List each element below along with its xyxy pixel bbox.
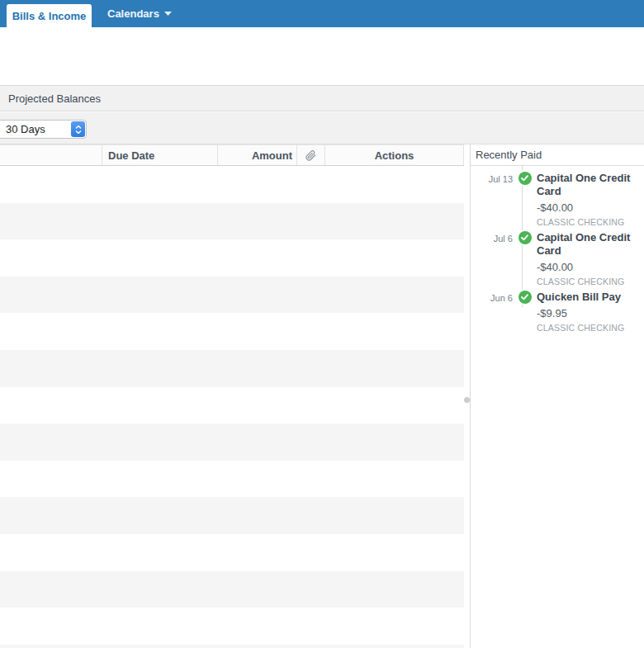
paid-amount: -$40.00 [537, 201, 641, 214]
account-name: CLASSIC CHECKING [537, 217, 641, 228]
table-row [0, 423, 464, 461]
bills-table: Due Date Amount Actions [0, 144, 464, 648]
paperclip-icon [305, 150, 316, 161]
check-circle-icon [519, 172, 532, 185]
table-row [0, 571, 464, 608]
table-row [0, 239, 464, 277]
tab-bills-income-label: Bills & Income [12, 10, 87, 22]
column-header-due-date[interactable]: Due Date [102, 145, 218, 165]
column-header-blank [0, 145, 102, 165]
recently-paid-list: Jul 13 Capital One Credit Card -$40.00 C… [471, 166, 644, 648]
amount-label: Amount [252, 149, 292, 162]
table-row [0, 608, 464, 645]
drag-handle-icon[interactable] [464, 397, 470, 403]
recently-paid-header: Recently Paid [471, 144, 644, 166]
projected-balances-title: Projected Balances [8, 92, 101, 105]
toolbar: 30 Days [0, 112, 644, 144]
list-item[interactable]: Jul 6 Capital One Credit Card -$40.00 CL… [471, 228, 644, 287]
payee-name: Quicken Bill Pay [537, 291, 641, 304]
table-row [0, 277, 464, 314]
column-header-amount[interactable]: Amount [218, 145, 297, 165]
projected-balances-header: Projected Balances [0, 85, 644, 111]
actions-label: Actions [375, 149, 414, 162]
list-item[interactable]: Jun 6 Quicken Bill Pay -$9.95 CLASSIC CH… [471, 287, 644, 335]
account-name: CLASSIC CHECKING [537, 277, 641, 287]
recently-paid-title: Recently Paid [476, 149, 542, 161]
table-row [0, 534, 464, 571]
table-row [0, 203, 464, 240]
select-stepper-icon [71, 121, 85, 137]
check-circle-icon [519, 291, 532, 304]
bills-table-header: Due Date Amount Actions [0, 144, 464, 166]
column-header-attachment[interactable] [297, 145, 325, 165]
table-row [0, 166, 464, 203]
paid-amount: -$40.00 [537, 261, 641, 273]
list-item[interactable]: Jul 13 Capital One Credit Card -$40.00 C… [471, 168, 644, 228]
table-row [0, 497, 464, 534]
tab-calendars-label: Calendars [107, 7, 159, 20]
tab-bills-income[interactable]: Bills & Income [7, 4, 92, 28]
table-row [0, 387, 464, 424]
chevron-up-icon [75, 125, 82, 129]
paid-date: Jul 13 [471, 172, 513, 228]
payee-name: Capital One Credit Card [537, 231, 641, 258]
tab-calendars[interactable]: Calendars [107, 0, 172, 27]
chevron-down-icon [75, 130, 82, 134]
table-row [0, 645, 464, 648]
table-row [0, 350, 464, 387]
top-tab-bar: Bills & Income Calendars [0, 0, 644, 27]
table-row [0, 461, 464, 498]
account-name: CLASSIC CHECKING [537, 323, 641, 333]
recently-paid-panel: Recently Paid Jul 13 Capital One Credit … [471, 144, 644, 648]
check-circle-icon [519, 231, 532, 244]
column-header-actions[interactable]: Actions [325, 145, 464, 165]
period-select[interactable]: 30 Days [0, 120, 87, 139]
payee-name: Capital One Credit Card [537, 172, 641, 198]
due-date-label: Due Date [108, 149, 154, 162]
paid-date: Jun 6 [471, 291, 513, 335]
table-row [0, 313, 464, 350]
table-body [0, 166, 464, 648]
chevron-down-icon [164, 12, 172, 16]
paid-date: Jul 6 [471, 231, 513, 287]
panel-splitter[interactable] [464, 144, 471, 648]
paid-amount: -$9.95 [537, 307, 641, 319]
main-area: Due Date Amount Actions Recently Paid [0, 144, 644, 648]
